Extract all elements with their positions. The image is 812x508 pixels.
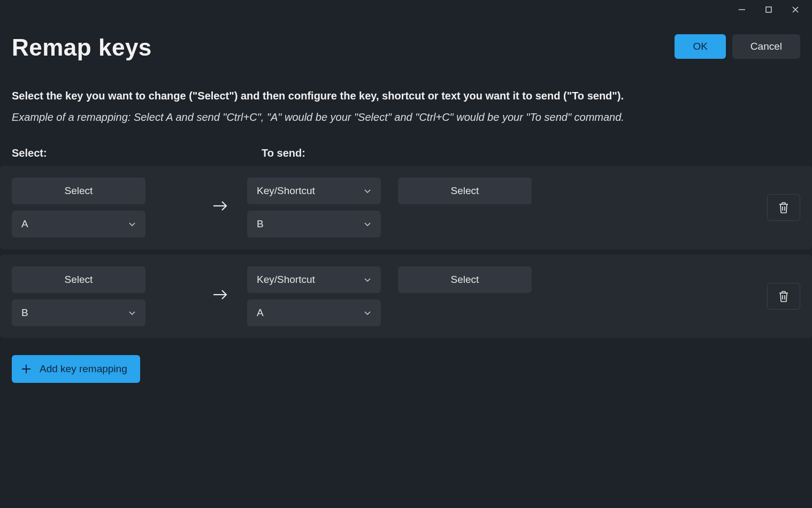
maximize-icon <box>765 6 772 13</box>
minimize-button[interactable] <box>729 0 755 19</box>
close-icon <box>792 6 799 13</box>
example-text: Example of a remapping: Select A and sen… <box>12 111 800 124</box>
remap-row: Select A Key/Shortcut <box>0 166 812 249</box>
select-destination-button[interactable]: Select <box>398 266 532 293</box>
send-type-value: Key/Shortcut <box>257 274 315 286</box>
page-title: Remap keys <box>12 34 152 61</box>
svg-rect-1 <box>766 7 771 12</box>
destination-key-value: A <box>257 307 264 319</box>
chevron-down-icon <box>364 276 371 283</box>
origin-key-dropdown[interactable]: B <box>12 299 145 326</box>
chevron-down-icon <box>364 187 371 195</box>
column-header-select: Select: <box>12 147 262 159</box>
add-remapping-label: Add key remapping <box>40 363 127 375</box>
maximize-button[interactable] <box>755 0 782 19</box>
select-origin-button[interactable]: Select <box>12 266 145 293</box>
ok-button[interactable]: OK <box>675 34 725 59</box>
chevron-down-icon <box>128 220 136 228</box>
send-type-dropdown[interactable]: Key/Shortcut <box>247 178 381 204</box>
delete-remapping-button[interactable] <box>767 194 800 221</box>
minimize-icon <box>738 6 746 13</box>
chevron-down-icon <box>364 220 371 228</box>
add-remapping-button[interactable]: Add key remapping <box>12 355 140 383</box>
destination-key-value: B <box>257 218 264 230</box>
send-type-value: Key/Shortcut <box>257 185 315 197</box>
column-header-tosend: To send: <box>262 147 800 159</box>
plus-icon <box>20 363 32 375</box>
origin-key-value: B <box>21 307 28 319</box>
cancel-button[interactable]: Cancel <box>732 34 800 59</box>
trash-icon <box>778 201 790 214</box>
origin-key-value: A <box>21 218 28 230</box>
arrow-right-icon <box>194 266 247 304</box>
trash-icon <box>778 290 790 303</box>
titlebar <box>0 0 812 19</box>
intro-text: Select the key you want to change ("Sele… <box>12 88 800 104</box>
origin-key-dropdown[interactable]: A <box>12 211 145 237</box>
chevron-down-icon <box>128 309 136 317</box>
close-button[interactable] <box>782 0 809 19</box>
select-origin-button[interactable]: Select <box>12 178 145 204</box>
arrow-right-icon <box>194 178 247 215</box>
chevron-down-icon <box>364 309 371 317</box>
select-destination-button[interactable]: Select <box>398 178 532 204</box>
destination-key-dropdown[interactable]: A <box>247 299 381 326</box>
delete-remapping-button[interactable] <box>767 283 800 310</box>
destination-key-dropdown[interactable]: B <box>247 211 381 237</box>
send-type-dropdown[interactable]: Key/Shortcut <box>247 266 381 293</box>
remap-row: Select B Key/Shortcut <box>0 255 812 338</box>
